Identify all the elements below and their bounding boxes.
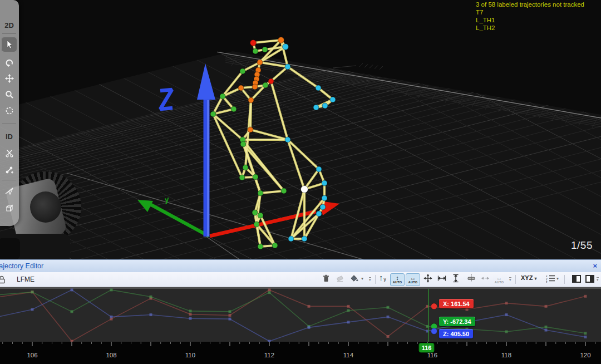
3d-viewport[interactable]: y 2D ID bbox=[0, 0, 601, 259]
untracked-trajectory-item: L_TH2 bbox=[476, 24, 584, 32]
timeline-tick-label: 116 bbox=[427, 352, 437, 358]
fit-all-button[interactable] bbox=[421, 273, 435, 286]
select-tool-button[interactable] bbox=[1, 37, 17, 52]
tracking-warning-summary: 3 of 58 labeled trajectories not tracked bbox=[476, 1, 584, 8]
cursor-icon bbox=[5, 40, 14, 49]
viewport-toolbar: 2D ID bbox=[0, 0, 19, 226]
fill-gaps-tool-button[interactable] bbox=[1, 184, 17, 198]
zoom-range-button[interactable] bbox=[479, 273, 492, 286]
current-value-dot bbox=[431, 303, 437, 309]
auto-range-button[interactable]: ↔AUTO bbox=[492, 273, 506, 286]
timeline-tick-label: 108 bbox=[106, 352, 116, 358]
horizontal-arrows-icon: ↔ bbox=[410, 275, 416, 281]
chevron-down-icon: ▾ bbox=[534, 276, 536, 281]
horizontal-arrows-icon: ↔ bbox=[496, 275, 503, 281]
timeline-tick-label: 120 bbox=[580, 352, 590, 358]
scissors-icon bbox=[5, 149, 14, 158]
expand-horizontal-icon bbox=[437, 274, 446, 285]
toolbar-separator bbox=[515, 275, 516, 284]
trajectory-editor-panel: Trajectory Editor × LFME ▾ ▾ ↑y ↕AUTO ↔A… bbox=[0, 259, 601, 364]
up-arrow-icon: ↑ bbox=[379, 273, 383, 282]
zoom-tool-button[interactable] bbox=[1, 87, 17, 102]
tracking-warning: 3 of 58 labeled trajectories not tracked… bbox=[476, 1, 584, 32]
orbit-icon bbox=[5, 58, 14, 67]
volume-tool-button[interactable] bbox=[1, 201, 17, 215]
toolbar-separator bbox=[2, 33, 16, 34]
trajectory-editor-titlebar[interactable]: Trajectory Editor × bbox=[0, 259, 601, 272]
timeline-tick-label: 106 bbox=[27, 352, 37, 358]
orbit-tool-button[interactable] bbox=[1, 56, 17, 70]
link-markers-icon bbox=[5, 165, 14, 174]
panel-title: Trajectory Editor bbox=[0, 262, 43, 270]
tool-id-label[interactable]: ID bbox=[0, 132, 18, 141]
trajectory-editor-toolbar: LFME ▾ ▾ ↑y ↕AUTO ↔AUTO ↔AUTO ▾ XYZ▾ xyz… bbox=[0, 272, 601, 287]
y-value-badge: Y: -672.34 bbox=[439, 317, 475, 326]
camera-lens bbox=[30, 191, 61, 223]
pan-tool-button[interactable] bbox=[1, 71, 17, 86]
range-slider-icon bbox=[467, 274, 476, 285]
current-value-dot bbox=[431, 328, 437, 335]
paint-bucket-icon bbox=[349, 274, 358, 285]
toolbar-separator bbox=[2, 124, 16, 124]
right-half-fill bbox=[590, 276, 593, 282]
auto-fit-vertical-button[interactable]: ↕AUTO bbox=[390, 273, 405, 286]
vertical-arrows-icon: ↕ bbox=[396, 275, 399, 281]
trajectory-list-dropdown[interactable]: xyz bbox=[544, 273, 558, 286]
toolbar-separator bbox=[375, 275, 376, 284]
fit-y-axis-button[interactable]: ↑y bbox=[379, 273, 386, 282]
svg-text:116: 116 bbox=[422, 345, 432, 351]
dotted-horizontal-expand-icon bbox=[481, 274, 490, 285]
chevron-down-icon[interactable]: ▾ bbox=[556, 276, 559, 281]
tool-2d-label[interactable]: 2D bbox=[0, 21, 18, 29]
delete-button[interactable] bbox=[319, 273, 333, 286]
z-value-badge: Z: 405.50 bbox=[439, 329, 473, 338]
link-markers-tool-button[interactable] bbox=[1, 163, 17, 177]
erase-button[interactable] bbox=[333, 273, 347, 286]
layout-right-pane-button[interactable] bbox=[585, 275, 594, 283]
cut-tool-button[interactable] bbox=[1, 146, 17, 160]
eraser-icon bbox=[336, 274, 344, 285]
timeline-tick-label: 110 bbox=[185, 352, 195, 358]
fit-width-button[interactable] bbox=[435, 273, 449, 286]
timeline-tick-label: 118 bbox=[501, 352, 511, 358]
expand-vertical-icon bbox=[451, 274, 460, 285]
toolbar-overflow-icon[interactable]: ▾ bbox=[369, 277, 371, 282]
frame-counter: 1/55 bbox=[571, 239, 593, 252]
trajectory-chart[interactable] bbox=[0, 287, 601, 342]
svg-text:z: z bbox=[546, 280, 548, 283]
timeline-tick-label: 114 bbox=[343, 352, 354, 358]
xyz-components-dropdown[interactable]: XYZ▾ bbox=[521, 274, 536, 281]
untracked-trajectory-item: T7 bbox=[476, 8, 584, 16]
timeline-tick-label: 112 bbox=[264, 352, 274, 358]
toolbar-separator bbox=[564, 275, 565, 284]
lock-icon[interactable] bbox=[0, 276, 6, 286]
plane-icon bbox=[5, 186, 14, 195]
circle-select-tool-button[interactable] bbox=[1, 104, 17, 118]
fill-button[interactable] bbox=[347, 273, 361, 286]
trash-icon bbox=[322, 274, 331, 285]
untracked-trajectory-item: L_TH1 bbox=[476, 16, 584, 24]
x-value-badge: X: 161.54 bbox=[439, 299, 474, 308]
toolbar-overflow-icon[interactable]: ▾ bbox=[509, 277, 511, 282]
close-icon[interactable]: × bbox=[593, 262, 597, 270]
timeline[interactable]: 106108110112114116118120116 bbox=[0, 342, 601, 364]
circle-icon bbox=[5, 106, 14, 115]
left-half-fill bbox=[573, 276, 577, 282]
cube-icon bbox=[5, 204, 14, 213]
toolbar-separator bbox=[2, 180, 16, 180]
move-icon bbox=[5, 74, 14, 83]
expand-all-icon bbox=[423, 274, 432, 285]
selected-trajectory-label: LFME bbox=[17, 276, 35, 283]
fill-dropdown-icon[interactable]: ▾ bbox=[361, 276, 363, 281]
toolbar-overflow-icon[interactable]: ▾ bbox=[597, 277, 599, 282]
3d-scene[interactable]: y bbox=[0, 0, 601, 259]
camera-knob bbox=[0, 238, 20, 259]
pan-range-button[interactable] bbox=[465, 273, 478, 286]
fit-height-button[interactable] bbox=[449, 273, 462, 286]
layout-left-pane-button[interactable] bbox=[572, 275, 581, 283]
component-list-icon: xyz bbox=[546, 274, 556, 285]
magnifier-icon bbox=[5, 90, 14, 99]
auto-fit-horizontal-button[interactable]: ↔AUTO bbox=[406, 273, 420, 286]
